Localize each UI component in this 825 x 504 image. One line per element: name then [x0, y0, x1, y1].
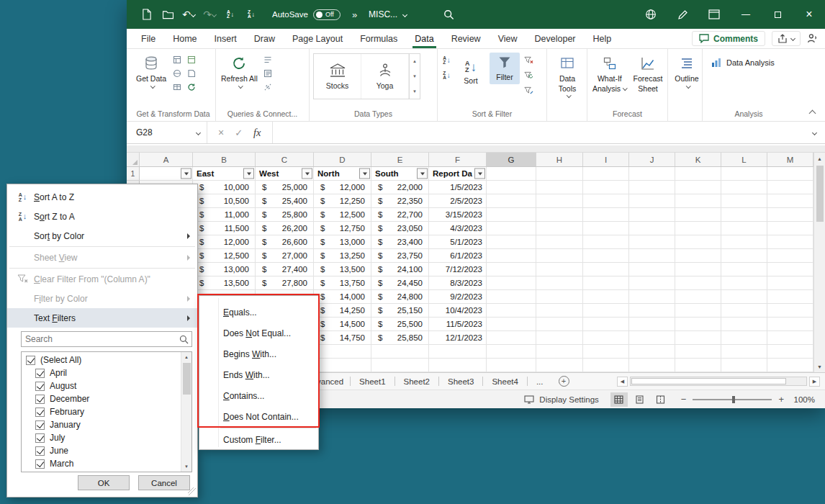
- sheet-tab-overflow[interactable]: ...: [528, 373, 552, 390]
- search-icon[interactable]: [440, 5, 457, 24]
- add-sheet-button[interactable]: +: [559, 376, 569, 387]
- cell-J14[interactable]: [629, 345, 675, 359]
- cell-K8[interactable]: [675, 263, 721, 276]
- column-header-A[interactable]: A: [140, 153, 193, 166]
- cell-C9[interactable]: $27,800: [256, 276, 314, 290]
- scrollbar-thumb[interactable]: [816, 166, 824, 222]
- tab-formulas[interactable]: Formulas: [351, 29, 406, 48]
- cell-L9[interactable]: [721, 276, 767, 290]
- forecast-sheet-button[interactable]: ForecastSheet: [632, 53, 664, 95]
- cell-E2[interactable]: $22,000: [371, 181, 429, 194]
- cell-E6[interactable]: $23,400: [371, 235, 429, 249]
- menu-item-filter-by-color[interactable]: Filter by Color: [7, 289, 197, 308]
- cell-M15[interactable]: [767, 359, 813, 372]
- cell-F12[interactable]: 11/5/2023: [429, 318, 487, 331]
- zoom-slider[interactable]: [693, 399, 772, 400]
- cell-H14[interactable]: [536, 345, 583, 359]
- cell-D7[interactable]: $13,250: [314, 249, 371, 263]
- ribbon-mini-icon[interactable]: [263, 82, 274, 92]
- gallery-down-icon[interactable]: ▼: [410, 69, 420, 84]
- column-header-G[interactable]: G: [487, 153, 536, 166]
- cell-L5[interactable]: [721, 222, 767, 235]
- autosave-pill[interactable]: Off: [313, 9, 341, 20]
- clear-filter-icon[interactable]: [523, 55, 534, 66]
- ribbon-mini-icon[interactable]: [186, 55, 197, 65]
- pen-icon[interactable]: [674, 5, 691, 24]
- redo-button[interactable]: ↷: [201, 5, 218, 24]
- filter-value-march[interactable]: March: [22, 457, 181, 470]
- data-analysis-button[interactable]: Data Analysis: [706, 53, 779, 73]
- cell-D9[interactable]: $13,750: [314, 276, 371, 290]
- yoga-data-type[interactable]: Yoga: [361, 54, 409, 99]
- cell-C2[interactable]: $25,000: [256, 181, 314, 194]
- cell-K9[interactable]: [675, 276, 721, 290]
- hscroll-track[interactable]: [630, 377, 807, 386]
- cell-H7[interactable]: [536, 249, 583, 263]
- scroll-up-icon[interactable]: ▲: [814, 153, 825, 164]
- qat-overflow-icon[interactable]: »: [352, 9, 357, 20]
- stocks-data-type[interactable]: Stocks: [314, 54, 361, 99]
- cell-G6[interactable]: [487, 235, 536, 249]
- document-title[interactable]: MISC...: [369, 9, 407, 19]
- cell-K14[interactable]: [675, 345, 721, 359]
- menu-item-sort-by-color[interactable]: Sort by Color: [7, 226, 197, 246]
- cell-F5[interactable]: 4/3/2023: [429, 222, 487, 235]
- ribbon-mini-icon[interactable]: [263, 68, 274, 78]
- tab-home[interactable]: Home: [164, 29, 205, 48]
- cell-D5[interactable]: $12,750: [314, 222, 371, 235]
- search-box[interactable]: [21, 331, 192, 347]
- gallery-more-icon[interactable]: ▼: [410, 84, 420, 99]
- cell-E15[interactable]: [371, 359, 429, 372]
- minimize-button[interactable]: —: [730, 0, 762, 29]
- page-break-view-icon[interactable]: [652, 392, 670, 407]
- cell-J5[interactable]: [629, 222, 675, 235]
- column-header-H[interactable]: H: [536, 153, 583, 166]
- cell-D6[interactable]: $13,000: [314, 235, 371, 249]
- cell-M5[interactable]: [767, 222, 813, 235]
- search-input[interactable]: [22, 334, 176, 344]
- sheet-tab-partial[interactable]: vanced: [315, 373, 350, 390]
- cell-E3[interactable]: $22,350: [371, 194, 429, 208]
- cell-I2[interactable]: [583, 181, 629, 194]
- cell-F3[interactable]: 2/5/2023: [429, 194, 487, 208]
- cell-E14[interactable]: [371, 345, 429, 359]
- column-header-B[interactable]: B: [193, 153, 256, 166]
- filter-dropdown-button[interactable]: [474, 168, 485, 179]
- ribbon-mini-icon[interactable]: [171, 68, 182, 78]
- row-header-1[interactable]: 1: [127, 167, 140, 181]
- column-header-D[interactable]: D: [314, 153, 371, 166]
- cell-M6[interactable]: [767, 235, 813, 249]
- cell-L12[interactable]: [721, 318, 767, 331]
- cell-F7[interactable]: 6/1/2023: [429, 249, 487, 263]
- cell-G7[interactable]: [487, 249, 536, 263]
- cell-G14[interactable]: [487, 345, 536, 359]
- scroll-down-icon[interactable]: ▼: [181, 462, 191, 472]
- cell-I15[interactable]: [583, 359, 629, 372]
- cell-H5[interactable]: [536, 222, 583, 235]
- filter-dropdown-button[interactable]: [359, 168, 370, 179]
- cell-L2[interactable]: [721, 181, 767, 194]
- column-header-L[interactable]: L: [721, 153, 767, 166]
- column-header-E[interactable]: E: [371, 153, 429, 166]
- cell-L8[interactable]: [721, 263, 767, 276]
- tab-data[interactable]: Data: [406, 29, 442, 48]
- cell-L11[interactable]: [721, 304, 767, 318]
- quick-sort-az-button[interactable]: AZ↓: [222, 5, 239, 24]
- sheet-tab-sheet2[interactable]: Sheet2: [395, 373, 438, 390]
- horizontal-scrollbar[interactable]: ◀ ▶: [617, 377, 825, 387]
- cell-L4[interactable]: [721, 208, 767, 222]
- cell-J6[interactable]: [629, 235, 675, 249]
- cell-G3[interactable]: [487, 194, 536, 208]
- filter-value-august[interactable]: August: [22, 379, 181, 392]
- filter-dropdown-button[interactable]: [417, 168, 428, 179]
- cell-K12[interactable]: [675, 318, 721, 331]
- column-header-C[interactable]: C: [256, 153, 314, 166]
- refresh-all-button[interactable]: Refresh All: [220, 53, 259, 90]
- cell-E7[interactable]: $23,750: [371, 249, 429, 263]
- cell-F11[interactable]: 10/4/2023: [429, 304, 487, 318]
- vertical-scrollbar[interactable]: ▲ ▼: [813, 153, 825, 372]
- cell-M14[interactable]: [767, 345, 813, 359]
- cell-M7[interactable]: [767, 249, 813, 263]
- menu-item-sheet-view[interactable]: Sheet View: [7, 248, 197, 267]
- cell-C5[interactable]: $26,200: [256, 222, 314, 235]
